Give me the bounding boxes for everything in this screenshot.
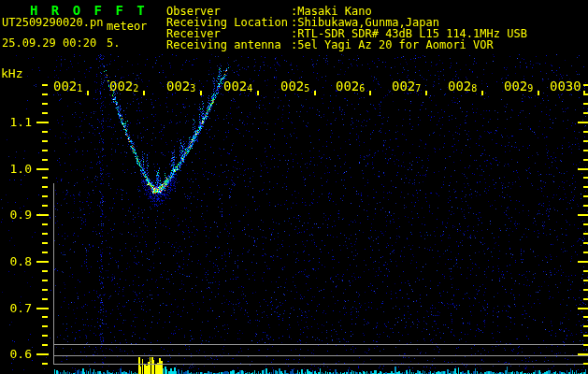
time-tick — [200, 91, 202, 95]
freq-major-tick-right — [578, 353, 588, 355]
observation-datetime: 25.09.29 00:20 — [2, 36, 96, 50]
time-label-0023: 0023 — [166, 79, 195, 94]
time-label-0022: 0022 — [109, 79, 138, 94]
freq-minor-tick-right — [583, 280, 588, 281]
freq-label-0.6: 0.6 — [0, 347, 32, 361]
time-label-minor-digit: 5 — [304, 83, 309, 94]
freq-minor-tick — [42, 112, 48, 114]
freq-major-tick — [36, 122, 49, 123]
freq-minor-tick-right — [583, 252, 588, 253]
band-separator-line — [53, 355, 588, 356]
freq-major-tick-right — [578, 122, 588, 123]
time-label-major-digits: 002 — [53, 79, 77, 94]
freq-major-tick-right — [578, 261, 588, 263]
freq-minor-tick — [42, 205, 48, 207]
freq-minor-tick-right — [583, 298, 588, 300]
time-label-0024: 0024 — [223, 79, 252, 94]
freq-label-0.9: 0.9 — [0, 208, 32, 222]
freq-minor-tick-right — [583, 335, 588, 337]
spectrogram-canvas — [0, 0, 588, 374]
band-separator-line — [53, 344, 588, 345]
freq-minor-tick-right — [583, 177, 588, 179]
time-label-minor-digit: 4 — [247, 83, 252, 94]
time-label-major-digits: 002 — [392, 79, 415, 94]
output-filename: UT2509290020.pn — [2, 16, 103, 29]
freq-minor-tick — [42, 363, 48, 365]
freq-minor-tick-right — [583, 325, 588, 327]
freq-minor-tick-right — [583, 186, 588, 188]
freq-label-0.8: 0.8 — [0, 254, 32, 268]
freq-minor-tick-right — [583, 242, 588, 244]
time-label-major-digits: 0030 — [550, 79, 581, 94]
freq-minor-tick — [42, 103, 48, 105]
freq-minor-tick-right — [583, 195, 588, 197]
freq-minor-tick-right — [583, 233, 588, 235]
time-tick — [538, 91, 539, 95]
time-tick — [481, 91, 483, 95]
time-label-minor-digit: 9 — [527, 83, 533, 94]
time-label-0028: 0028 — [448, 79, 477, 94]
freq-major-tick-right — [578, 168, 588, 170]
freq-minor-tick — [42, 223, 48, 225]
time-label-minor-digit: 6 — [359, 83, 365, 94]
time-label-0025: 0025 — [280, 79, 309, 94]
freq-minor-tick-right — [583, 159, 588, 161]
time-label-minor-digit: 1 — [77, 83, 82, 94]
time-label-major-digits: 002 — [166, 79, 190, 94]
band-separator-line — [53, 364, 588, 365]
freq-major-tick — [36, 353, 49, 355]
freq-label-1.0: 1.0 — [0, 162, 32, 176]
plot-left-border — [53, 183, 54, 364]
freq-label-1.1: 1.1 — [0, 115, 32, 129]
time-label-major-digits: 002 — [280, 79, 304, 94]
freq-minor-tick-right — [583, 131, 588, 133]
time-label-0026: 0026 — [336, 79, 365, 94]
freq-minor-tick-right — [583, 289, 588, 291]
freq-minor-tick-right — [583, 316, 588, 318]
hrofft-screen: H R O F F T UT2509290020.pn meteor 25.09… — [0, 0, 588, 374]
freq-minor-tick — [42, 280, 48, 281]
time-label-major-digits: 002 — [109, 79, 133, 94]
time-label-minor-digit: 3 — [190, 83, 195, 94]
freq-minor-tick — [42, 270, 48, 272]
time-label-0030: 0030 — [550, 79, 581, 94]
freq-minor-tick — [42, 131, 48, 133]
time-label-major-digits: 002 — [448, 79, 471, 94]
time-tick — [87, 91, 89, 95]
freq-minor-tick — [42, 242, 48, 244]
freq-minor-tick-right — [583, 205, 588, 207]
freq-minor-tick-right — [583, 344, 588, 346]
freq-minor-tick — [42, 335, 48, 337]
freq-major-tick — [36, 308, 49, 309]
freq-minor-tick — [42, 94, 48, 95]
time-label-minor-digit: 2 — [133, 83, 138, 94]
freq-major-tick — [36, 214, 49, 216]
time-label-0027: 0027 — [392, 79, 421, 94]
freq-minor-tick-right — [583, 94, 588, 95]
time-tick — [369, 91, 371, 95]
meta-label-antenna: Receiving antenna — [166, 38, 281, 51]
freq-major-tick-right — [578, 214, 588, 216]
time-tick — [425, 91, 427, 95]
freq-axis-unit: kHz — [1, 66, 22, 80]
freq-minor-tick — [42, 195, 48, 197]
freq-minor-tick — [42, 252, 48, 253]
freq-minor-tick — [42, 298, 48, 300]
freq-minor-tick — [42, 233, 48, 235]
time-tick — [314, 91, 316, 95]
freq-minor-tick — [42, 140, 48, 142]
time-label-minor-digit: 8 — [471, 83, 477, 94]
freq-minor-tick — [42, 344, 48, 346]
echo-count: 5. — [107, 36, 120, 50]
freq-minor-tick — [42, 316, 48, 318]
freq-minor-tick — [42, 289, 48, 291]
time-label-0029: 0029 — [504, 79, 533, 94]
freq-minor-tick — [42, 325, 48, 327]
freq-minor-tick-right — [583, 363, 588, 365]
freq-minor-tick — [42, 150, 48, 151]
freq-minor-tick-right — [583, 112, 588, 114]
freq-minor-tick-right — [583, 103, 588, 105]
observation-mode: meteor — [107, 20, 147, 33]
freq-minor-tick — [42, 177, 48, 179]
freq-major-tick — [36, 261, 49, 263]
